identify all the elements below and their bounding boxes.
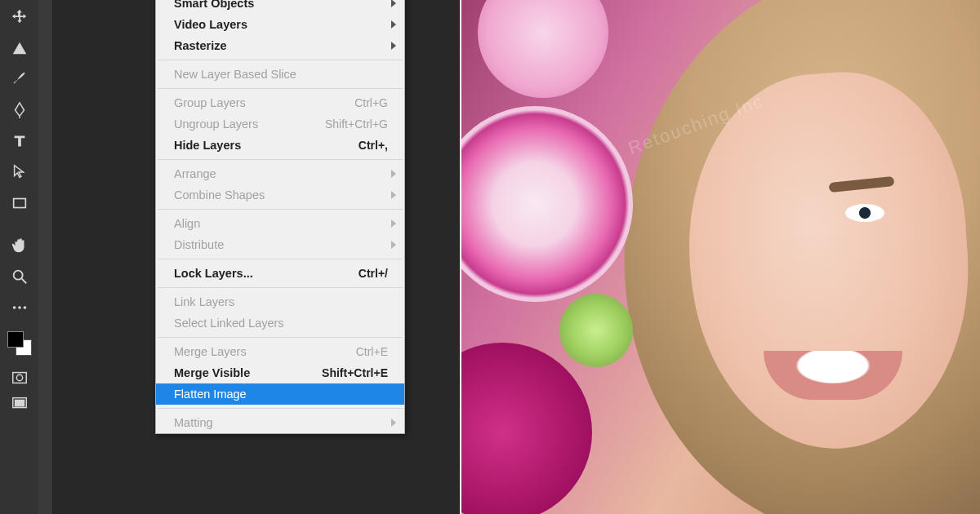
- photo-flower: [461, 106, 633, 302]
- color-swatches[interactable]: [7, 331, 32, 356]
- type-tool-icon[interactable]: [6, 129, 33, 153]
- vertical-ruler: [38, 0, 53, 514]
- editor-left-pane: Smart ObjectsVideo LayersRasterizeNew La…: [0, 0, 461, 514]
- menu-item-label: Lock Layers...: [174, 267, 253, 280]
- menu-item-rasterize[interactable]: Rasterize: [156, 35, 404, 56]
- menu-item-align: Align: [156, 213, 404, 234]
- menu-item-label: Video Layers: [174, 18, 247, 31]
- menu-item-label: Select Linked Layers: [174, 317, 284, 330]
- chevron-right-icon: [391, 191, 396, 199]
- menu-item-shortcut: Shift+Ctrl+G: [325, 117, 388, 131]
- quickmask-icon[interactable]: [6, 370, 33, 385]
- menu-item-combine-shapes: Combine Shapes: [156, 184, 404, 206]
- pen-tool-icon[interactable]: [6, 98, 33, 122]
- menu-item-label: Link Layers: [174, 295, 234, 308]
- menu-item-shortcut: Shift+Ctrl+E: [322, 366, 388, 379]
- document-canvas[interactable]: Retouching Inc: [461, 0, 980, 514]
- menu-item-video-layers[interactable]: Video Layers: [156, 14, 404, 35]
- chevron-right-icon: [391, 219, 396, 228]
- chevron-right-icon: [391, 42, 396, 50]
- menu-item-label: Smart Objects: [174, 0, 254, 10]
- menu-item-smart-objects[interactable]: Smart Objects: [156, 0, 404, 14]
- menu-item-label: Merge Layers: [174, 345, 247, 358]
- chevron-right-icon: [391, 20, 396, 29]
- tools-toolbar: [0, 0, 38, 514]
- chevron-right-icon: [391, 170, 396, 178]
- brush-tool-icon[interactable]: [6, 67, 33, 91]
- menu-item-matting: Matting: [156, 412, 404, 433]
- menu-item-new-layer-based-slice: New Layer Based Slice: [156, 64, 404, 85]
- svg-rect-5: [12, 373, 26, 383]
- menu-item-select-linked-layers: Select Linked Layers: [156, 312, 404, 334]
- photo-flower-bud: [559, 294, 633, 367]
- svg-rect-8: [15, 400, 24, 405]
- menu-item-label: Rasterize: [174, 39, 226, 52]
- photo-flower: [461, 343, 592, 514]
- menu-separator: [158, 159, 403, 160]
- screenmode-icon[interactable]: [6, 397, 33, 411]
- menu-item-link-layers: Link Layers: [156, 291, 404, 312]
- photo-flower: [478, 0, 608, 98]
- path-select-tool-icon[interactable]: [6, 160, 33, 184]
- svg-point-4: [23, 306, 26, 309]
- menu-item-arrange: Arrange: [156, 163, 404, 184]
- chevron-right-icon: [391, 241, 396, 249]
- menu-item-merge-layers: Merge LayersCtrl+E: [156, 341, 404, 362]
- menu-item-shortcut: Ctrl+G: [354, 96, 388, 109]
- svg-rect-0: [13, 199, 25, 208]
- svg-point-6: [16, 374, 22, 380]
- photo-eye: [845, 204, 884, 222]
- menu-item-label: Merge Visible: [174, 366, 250, 379]
- menu-item-shortcut: Ctrl+E: [356, 345, 388, 358]
- menu-item-merge-visible[interactable]: Merge VisibleShift+Ctrl+E: [156, 362, 404, 383]
- menu-item-label: Flatten Image: [174, 388, 247, 401]
- menu-item-label: Hide Layers: [174, 139, 241, 152]
- menu-item-label: New Layer Based Slice: [174, 68, 296, 81]
- menu-item-shortcut: Ctrl+/: [359, 267, 388, 280]
- menu-item-label: Matting: [174, 416, 213, 429]
- rectangle-tool-icon[interactable]: [6, 191, 33, 215]
- menu-separator: [158, 60, 403, 60]
- edit-toolbar-icon[interactable]: [6, 295, 33, 320]
- menu-item-distribute: Distribute: [156, 234, 404, 255]
- menu-item-label: Combine Shapes: [174, 188, 265, 202]
- menu-item-shortcut: Ctrl+,: [359, 139, 388, 152]
- menu-item-flatten-image[interactable]: Flatten Image: [156, 383, 404, 405]
- svg-point-3: [18, 306, 21, 309]
- menu-item-group-layers: Group LayersCtrl+G: [156, 92, 404, 113]
- chevron-right-icon: [391, 0, 396, 7]
- menu-separator: [158, 408, 403, 409]
- menu-separator: [158, 287, 403, 288]
- menu-separator: [158, 259, 403, 259]
- menu-item-lock-layers[interactable]: Lock Layers...Ctrl+/: [156, 263, 404, 284]
- chevron-right-icon: [391, 419, 396, 427]
- foreground-color-swatch[interactable]: [7, 331, 24, 348]
- layer-dropdown-menu: Smart ObjectsVideo LayersRasterizeNew La…: [155, 0, 405, 434]
- menu-item-label: Group Layers: [174, 96, 246, 109]
- menu-separator: [158, 209, 403, 210]
- svg-point-2: [12, 306, 16, 309]
- menu-item-label: Align: [174, 217, 200, 230]
- hand-tool-icon[interactable]: [6, 233, 33, 258]
- menu-item-label: Distribute: [174, 238, 224, 251]
- menu-item-hide-layers[interactable]: Hide LayersCtrl+,: [156, 135, 404, 156]
- menu-separator: [158, 337, 403, 338]
- menu-item-label: Arrange: [174, 167, 216, 180]
- zoom-tool-icon[interactable]: [6, 264, 33, 289]
- move-tool-icon[interactable]: [6, 5, 33, 29]
- svg-point-1: [13, 271, 22, 280]
- menu-separator: [158, 88, 403, 89]
- menu-item-label: Ungroup Layers: [174, 117, 258, 131]
- menu-item-ungroup-layers: Ungroup LayersShift+Ctrl+G: [156, 113, 404, 135]
- lasso-tool-icon[interactable]: [6, 36, 33, 60]
